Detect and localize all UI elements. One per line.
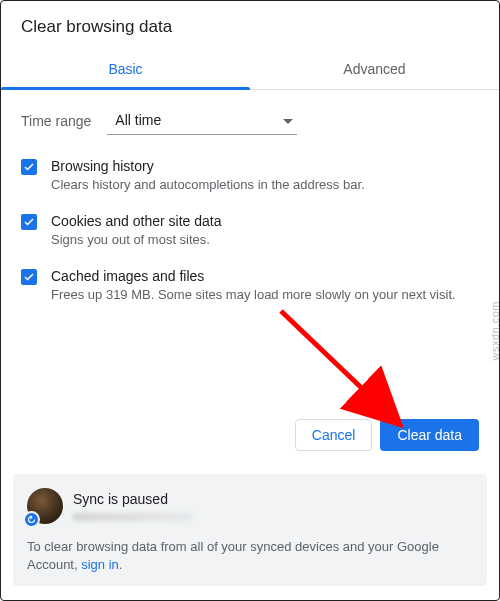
sync-email-redacted <box>73 513 193 521</box>
checkbox-cookies[interactable] <box>21 214 37 230</box>
sync-hint: To clear browsing data from all of your … <box>27 538 473 574</box>
timerange-select[interactable]: All time <box>107 106 297 135</box>
option-cache: Cached images and files Frees up 319 MB.… <box>21 267 479 304</box>
svg-line-0 <box>281 311 393 418</box>
watermark: wsxdn.com <box>489 301 500 361</box>
checkbox-cache[interactable] <box>21 269 37 285</box>
sync-status: Sync is paused <box>73 491 193 507</box>
sync-box: Sync is paused To clear browsing data fr… <box>13 474 487 586</box>
chevron-down-icon <box>283 112 293 128</box>
timerange-value: All time <box>115 112 161 128</box>
sync-hint-suffix: . <box>119 557 123 572</box>
avatar <box>27 488 63 524</box>
dialog-title: Clear browsing data <box>1 1 499 51</box>
clear-data-button[interactable]: Clear data <box>380 419 479 451</box>
option-title: Cookies and other site data <box>51 212 221 230</box>
tabs: Basic Advanced <box>1 51 499 90</box>
check-icon <box>23 271 35 283</box>
cancel-button[interactable]: Cancel <box>295 419 373 451</box>
sign-in-link[interactable]: sign in <box>81 557 119 572</box>
sync-header: Sync is paused <box>27 488 473 524</box>
option-desc: Frees up 319 MB. Some sites may load mor… <box>51 287 456 304</box>
option-title: Browsing history <box>51 157 365 175</box>
checkbox-browsing-history[interactable] <box>21 159 37 175</box>
check-icon <box>23 161 35 173</box>
sync-paused-badge-icon <box>23 511 40 528</box>
option-title: Cached images and files <box>51 267 456 285</box>
option-desc: Clears history and autocompletions in th… <box>51 177 365 194</box>
tab-basic[interactable]: Basic <box>1 51 250 89</box>
tab-content-basic: Time range All time Browsing history Cle… <box>1 90 499 304</box>
tab-advanced[interactable]: Advanced <box>250 51 499 89</box>
option-browsing-history: Browsing history Clears history and auto… <box>21 157 479 194</box>
timerange-label: Time range <box>21 113 91 129</box>
option-desc: Signs you out of most sites. <box>51 232 221 249</box>
timerange-row: Time range All time <box>21 106 479 135</box>
check-icon <box>23 216 35 228</box>
dialog-actions: Cancel Clear data <box>295 419 479 451</box>
option-cookies: Cookies and other site data Signs you ou… <box>21 212 479 249</box>
